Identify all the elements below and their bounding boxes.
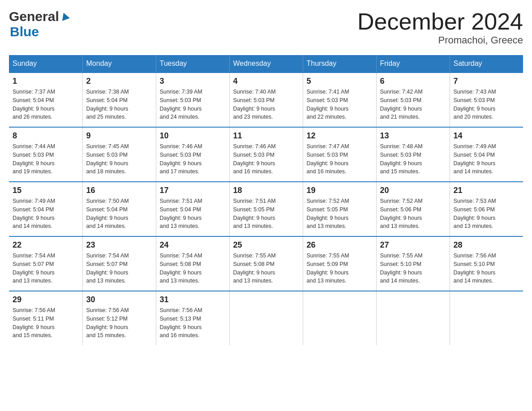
day-number: 3 <box>160 77 226 86</box>
day-cell: 8 Sunrise: 7:44 AM Sunset: 5:03 PM Dayli… <box>9 127 82 182</box>
day-cell: 18 Sunrise: 7:51 AM Sunset: 5:05 PM Dayl… <box>229 182 303 236</box>
day-cell: 21 Sunrise: 7:53 AM Sunset: 5:06 PM Dayl… <box>450 182 523 236</box>
logo-blue-line: Blue <box>9 24 39 39</box>
week-row-3: 15 Sunrise: 7:49 AM Sunset: 5:04 PM Dayl… <box>9 182 523 236</box>
day-info: Sunrise: 7:51 AM Sunset: 5:04 PM Dayligh… <box>160 197 226 231</box>
header-saturday: Saturday <box>450 55 523 73</box>
day-number: 26 <box>307 240 373 250</box>
day-cell: 15 Sunrise: 7:49 AM Sunset: 5:04 PM Dayl… <box>9 182 82 236</box>
day-number: 1 <box>13 77 79 86</box>
day-cell: 14 Sunrise: 7:49 AM Sunset: 5:04 PM Dayl… <box>450 127 523 182</box>
day-number: 30 <box>86 295 152 304</box>
day-info: Sunrise: 7:49 AM Sunset: 5:04 PM Dayligh… <box>454 142 520 176</box>
day-info: Sunrise: 7:54 AM Sunset: 5:08 PM Dayligh… <box>160 252 226 285</box>
day-cell: 6 Sunrise: 7:42 AM Sunset: 5:03 PM Dayli… <box>376 73 450 127</box>
day-number: 29 <box>13 295 79 304</box>
logo-general-text: General <box>9 9 59 24</box>
day-number: 12 <box>307 131 373 141</box>
calendar-header-row: SundayMondayTuesdayWednesdayThursdayFrid… <box>9 55 523 73</box>
day-cell <box>376 291 450 345</box>
svg-marker-0 <box>60 12 70 21</box>
day-info: Sunrise: 7:50 AM Sunset: 5:04 PM Dayligh… <box>86 197 152 231</box>
day-info: Sunrise: 7:53 AM Sunset: 5:06 PM Dayligh… <box>454 197 520 231</box>
day-info: Sunrise: 7:38 AM Sunset: 5:04 PM Dayligh… <box>86 88 152 121</box>
day-number: 25 <box>233 240 299 250</box>
day-number: 19 <box>307 186 373 195</box>
week-row-1: 1 Sunrise: 7:37 AM Sunset: 5:04 PM Dayli… <box>9 73 523 127</box>
week-row-2: 8 Sunrise: 7:44 AM Sunset: 5:03 PM Dayli… <box>9 127 523 182</box>
day-cell: 24 Sunrise: 7:54 AM Sunset: 5:08 PM Dayl… <box>156 236 229 291</box>
day-number: 14 <box>454 131 520 141</box>
page-header: General Blue December 2024 Promachoi, Gr… <box>9 9 523 46</box>
calendar-table: SundayMondayTuesdayWednesdayThursdayFrid… <box>9 55 523 345</box>
day-cell: 22 Sunrise: 7:54 AM Sunset: 5:07 PM Dayl… <box>9 236 82 291</box>
header-sunday: Sunday <box>9 55 82 73</box>
day-number: 22 <box>13 240 79 250</box>
day-cell <box>303 291 376 345</box>
header-thursday: Thursday <box>303 55 376 73</box>
week-row-4: 22 Sunrise: 7:54 AM Sunset: 5:07 PM Dayl… <box>9 236 523 291</box>
header-friday: Friday <box>376 55 450 73</box>
day-info: Sunrise: 7:48 AM Sunset: 5:03 PM Dayligh… <box>380 142 446 176</box>
day-cell: 25 Sunrise: 7:55 AM Sunset: 5:08 PM Dayl… <box>229 236 303 291</box>
day-info: Sunrise: 7:54 AM Sunset: 5:07 PM Dayligh… <box>13 252 79 285</box>
day-cell: 30 Sunrise: 7:56 AM Sunset: 5:12 PM Dayl… <box>82 291 156 345</box>
day-info: Sunrise: 7:49 AM Sunset: 5:04 PM Dayligh… <box>13 197 79 231</box>
day-info: Sunrise: 7:46 AM Sunset: 5:03 PM Dayligh… <box>233 142 299 176</box>
day-info: Sunrise: 7:56 AM Sunset: 5:10 PM Dayligh… <box>454 252 520 285</box>
day-cell: 13 Sunrise: 7:48 AM Sunset: 5:03 PM Dayl… <box>376 127 450 182</box>
day-info: Sunrise: 7:54 AM Sunset: 5:07 PM Dayligh… <box>86 252 152 285</box>
day-cell: 17 Sunrise: 7:51 AM Sunset: 5:04 PM Dayl… <box>156 182 229 236</box>
day-number: 2 <box>86 77 152 86</box>
day-cell: 26 Sunrise: 7:55 AM Sunset: 5:09 PM Dayl… <box>303 236 376 291</box>
day-cell: 19 Sunrise: 7:52 AM Sunset: 5:05 PM Dayl… <box>303 182 376 236</box>
day-cell: 29 Sunrise: 7:56 AM Sunset: 5:11 PM Dayl… <box>9 291 82 345</box>
location: Promachoi, Greece <box>357 34 523 46</box>
day-cell <box>229 291 303 345</box>
day-info: Sunrise: 7:37 AM Sunset: 5:04 PM Dayligh… <box>13 88 79 121</box>
day-cell: 11 Sunrise: 7:46 AM Sunset: 5:03 PM Dayl… <box>229 127 303 182</box>
week-row-5: 29 Sunrise: 7:56 AM Sunset: 5:11 PM Dayl… <box>9 291 523 345</box>
day-info: Sunrise: 7:56 AM Sunset: 5:13 PM Dayligh… <box>160 306 226 340</box>
day-info: Sunrise: 7:56 AM Sunset: 5:11 PM Dayligh… <box>13 306 79 340</box>
day-cell: 2 Sunrise: 7:38 AM Sunset: 5:04 PM Dayli… <box>82 73 156 127</box>
day-info: Sunrise: 7:47 AM Sunset: 5:03 PM Dayligh… <box>307 142 373 176</box>
logo: General Blue <box>9 9 70 39</box>
day-info: Sunrise: 7:55 AM Sunset: 5:08 PM Dayligh… <box>233 252 299 285</box>
day-cell: 7 Sunrise: 7:43 AM Sunset: 5:03 PM Dayli… <box>450 73 523 127</box>
day-info: Sunrise: 7:42 AM Sunset: 5:03 PM Dayligh… <box>380 88 446 121</box>
day-cell: 27 Sunrise: 7:55 AM Sunset: 5:10 PM Dayl… <box>376 236 450 291</box>
day-info: Sunrise: 7:44 AM Sunset: 5:03 PM Dayligh… <box>13 142 79 176</box>
day-cell: 5 Sunrise: 7:41 AM Sunset: 5:03 PM Dayli… <box>303 73 376 127</box>
header-tuesday: Tuesday <box>156 55 229 73</box>
day-info: Sunrise: 7:52 AM Sunset: 5:06 PM Dayligh… <box>380 197 446 231</box>
logo-general-line: General <box>9 9 70 24</box>
day-cell: 28 Sunrise: 7:56 AM Sunset: 5:10 PM Dayl… <box>450 236 523 291</box>
day-number: 27 <box>380 240 446 250</box>
logo-blue-text: Blue <box>10 24 39 39</box>
day-cell: 1 Sunrise: 7:37 AM Sunset: 5:04 PM Dayli… <box>9 73 82 127</box>
day-number: 9 <box>86 131 152 141</box>
day-info: Sunrise: 7:52 AM Sunset: 5:05 PM Dayligh… <box>307 197 373 231</box>
day-number: 13 <box>380 131 446 141</box>
day-cell: 31 Sunrise: 7:56 AM Sunset: 5:13 PM Dayl… <box>156 291 229 345</box>
day-number: 4 <box>233 77 299 86</box>
day-number: 5 <box>307 77 373 86</box>
day-info: Sunrise: 7:46 AM Sunset: 5:03 PM Dayligh… <box>160 142 226 176</box>
day-cell: 20 Sunrise: 7:52 AM Sunset: 5:06 PM Dayl… <box>376 182 450 236</box>
day-number: 18 <box>233 186 299 195</box>
day-number: 10 <box>160 131 226 141</box>
month-title: December 2024 <box>357 9 523 34</box>
header-wednesday: Wednesday <box>229 55 303 73</box>
day-number: 16 <box>86 186 152 195</box>
day-cell <box>450 291 523 345</box>
day-cell: 16 Sunrise: 7:50 AM Sunset: 5:04 PM Dayl… <box>82 182 156 236</box>
day-info: Sunrise: 7:56 AM Sunset: 5:12 PM Dayligh… <box>86 306 152 340</box>
logo-triangle-icon <box>60 12 70 23</box>
title-area: December 2024 Promachoi, Greece <box>357 9 523 46</box>
day-number: 31 <box>160 295 226 304</box>
day-number: 11 <box>233 131 299 141</box>
day-info: Sunrise: 7:45 AM Sunset: 5:03 PM Dayligh… <box>86 142 152 176</box>
day-info: Sunrise: 7:55 AM Sunset: 5:09 PM Dayligh… <box>307 252 373 285</box>
day-number: 28 <box>454 240 520 250</box>
